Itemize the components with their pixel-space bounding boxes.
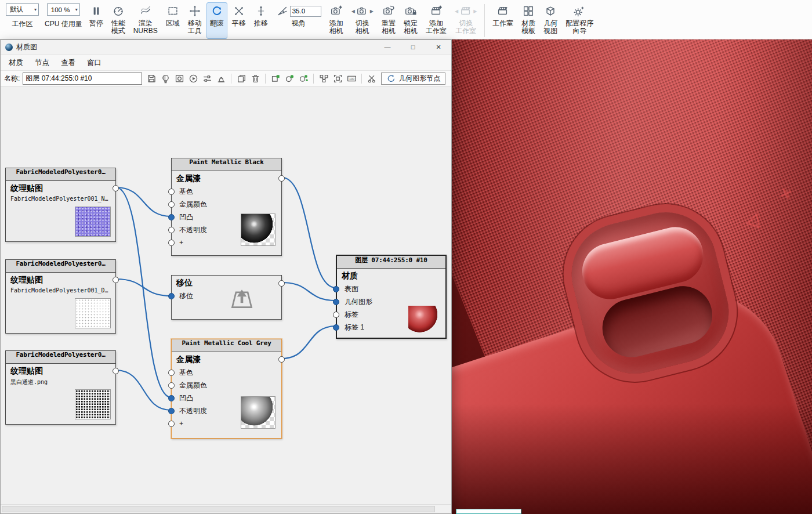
toolbar-button-lock-camera[interactable]: 锁定 相机 (400, 2, 421, 39)
input-port-1[interactable] (168, 201, 175, 208)
zoom-100-button[interactable]: 100 (345, 73, 358, 85)
prev-arrow-icon[interactable]: ◀ (455, 9, 458, 14)
dropdown-arrow-icon: ▾ (34, 7, 37, 12)
output-port[interactable] (113, 277, 119, 283)
input-port-0[interactable] (333, 286, 339, 292)
toolbar-button-studio[interactable]: 工作室 (489, 2, 517, 39)
menu-material[interactable]: 材质 (3, 56, 29, 70)
node-paint-grey[interactable]: Paint Metallic Cool Grey金属漆基色金属颜色凹凸不透明度+ (171, 339, 282, 439)
toolbar-button-material-template[interactable]: 材质 模板 (518, 2, 539, 39)
workspace-label: 工作区 (12, 19, 33, 29)
node-preview-thumbnail (75, 298, 111, 328)
save-button[interactable] (145, 73, 158, 85)
auto-layout-button[interactable] (317, 73, 330, 85)
edge-tex-normal-to-paint-black[interactable] (116, 187, 171, 216)
output-port[interactable] (113, 185, 119, 191)
camera-reset-icon (382, 5, 395, 17)
node-canvas[interactable]: FabricModeledPolyester0…纹理贴图FabricModele… (1, 87, 451, 504)
play-icon (188, 74, 198, 84)
toolbar-button-switch-camera[interactable]: ◀▶切换 相机 (348, 2, 377, 39)
toolbar-button-move-tool[interactable]: 移动 工具 (184, 2, 205, 39)
output-port[interactable] (113, 368, 119, 374)
window-title: 材质图 (16, 42, 37, 52)
render-viewport[interactable]: △ ✕ (452, 39, 812, 514)
input-port-0[interactable] (168, 293, 175, 299)
toolbar-button-fov[interactable]: 视角 (273, 2, 325, 39)
output-port[interactable] (278, 280, 285, 287)
workspace-dropdown[interactable]: 默认 ▾ (6, 3, 39, 16)
delete-node-button[interactable] (249, 73, 262, 85)
input-port-4[interactable] (168, 240, 175, 246)
show-texture-nodes-button[interactable] (269, 73, 282, 85)
input-port-3[interactable] (168, 227, 175, 233)
material-ball-button[interactable] (159, 73, 172, 85)
fov-input[interactable] (290, 6, 321, 17)
output-port[interactable] (278, 356, 285, 363)
geometry-node-button[interactable]: 几何图形节点 (381, 73, 445, 85)
toolbar-button-add-camera[interactable]: 添加 相机 (326, 2, 347, 39)
next-arrow-icon[interactable]: ▶ (370, 9, 374, 14)
toolbar-button-pan[interactable]: 平移 (229, 2, 249, 39)
toolbar-button-region[interactable]: 区域 (162, 2, 183, 39)
node-displace[interactable]: 移位移位 (171, 275, 282, 320)
edge-paint-grey-to-material-root[interactable] (282, 326, 336, 359)
scrollbar-thumb[interactable] (2, 506, 435, 512)
next-arrow-icon[interactable]: ▶ (473, 9, 477, 14)
toolbar-button-switch-studio[interactable]: ◀▶切换 工作室 (451, 2, 480, 39)
node-tex-disp[interactable]: FabricModeledPolyester0…纹理贴图FabricModele… (5, 259, 116, 334)
toolbar-button-geometry-view[interactable]: 几何 视图 (540, 2, 561, 39)
toolbar-button-dolly[interactable]: 推移 (251, 2, 271, 39)
edge-paint-black-to-material-root[interactable] (282, 178, 336, 288)
material-name-input[interactable] (23, 73, 142, 85)
menu-view[interactable]: 查看 (55, 56, 81, 70)
input-port-1[interactable] (333, 299, 339, 305)
prev-arrow-icon[interactable]: ◀ (351, 9, 355, 14)
toolbar-button-performance-mode[interactable]: 性能 模式 (108, 2, 129, 39)
input-port-0[interactable] (168, 370, 175, 376)
fit-view-button[interactable] (331, 73, 344, 85)
duplicate-node-button[interactable] (235, 73, 248, 85)
toolbar-button-render-nurbs[interactable]: 渲染 NURBS (130, 2, 161, 39)
auto-layout-icon (319, 74, 329, 84)
menu-node[interactable]: 节点 (29, 56, 55, 70)
toolbar-button-pause[interactable]: 暂停 (86, 2, 107, 39)
input-port-3[interactable] (168, 408, 175, 414)
node-tex-normal[interactable]: FabricModeledPolyester0…纹理贴图FabricModele… (5, 168, 116, 242)
node-tex-bw[interactable]: FabricModeledPolyester0…纹理贴图黑白通道.png (5, 350, 116, 425)
show-utility-nodes-button[interactable] (283, 73, 296, 85)
menu-window[interactable]: 窗口 (81, 56, 107, 70)
input-port-2[interactable] (168, 214, 175, 220)
show-animation-nodes-button[interactable] (297, 73, 310, 85)
physics-weight-icon (216, 74, 226, 84)
edge-tex-normal-to-paint-grey[interactable] (116, 187, 171, 397)
horizontal-scrollbar[interactable] (1, 504, 451, 513)
detach-button[interactable] (365, 73, 378, 85)
toolbar-button-config-wizard[interactable]: 配置程序 向导 (562, 2, 597, 39)
node-material-root[interactable]: 图层 07:44:255:0 #10材质表面几何图形标签标签 1 (336, 255, 447, 339)
sliders-icon (202, 74, 212, 84)
cpu-usage-dropdown[interactable]: 100 % ▾ (47, 3, 80, 16)
toolbar-button-label: 区域 (166, 20, 180, 27)
toolbar-button-tumble[interactable]: 翻滚 (206, 2, 227, 39)
toolbar-button-add-studio[interactable]: 添加 工作室 (422, 2, 450, 39)
input-port-2[interactable] (333, 312, 339, 318)
input-port-1[interactable] (168, 382, 175, 389)
maximize-button[interactable]: □ (400, 40, 426, 55)
toolbar-button-reset-camera[interactable]: 重置 相机 (378, 2, 399, 39)
input-port-2[interactable] (168, 395, 175, 401)
minimize-button[interactable]: — (375, 40, 400, 55)
sliders-button[interactable] (201, 73, 213, 85)
toolbar-button-label: 切换 工作室 (455, 20, 476, 35)
input-port-4[interactable] (168, 421, 175, 427)
window-titlebar[interactable]: 材质图 —□✕ (1, 40, 451, 55)
render-panel-button[interactable] (173, 73, 186, 85)
output-port[interactable] (278, 175, 285, 182)
physics-weight-button[interactable] (215, 73, 227, 85)
play-button[interactable] (187, 73, 200, 85)
input-port-3[interactable] (333, 324, 339, 331)
close-button[interactable]: ✕ (426, 40, 451, 55)
node-paint-black[interactable]: Paint Metallic Black金属漆基色金属颜色凹凸不透明度+ (171, 158, 282, 256)
node-title: Paint Metallic Black (172, 158, 281, 171)
input-port-0[interactable] (168, 189, 175, 195)
delete-node-icon (251, 74, 260, 84)
